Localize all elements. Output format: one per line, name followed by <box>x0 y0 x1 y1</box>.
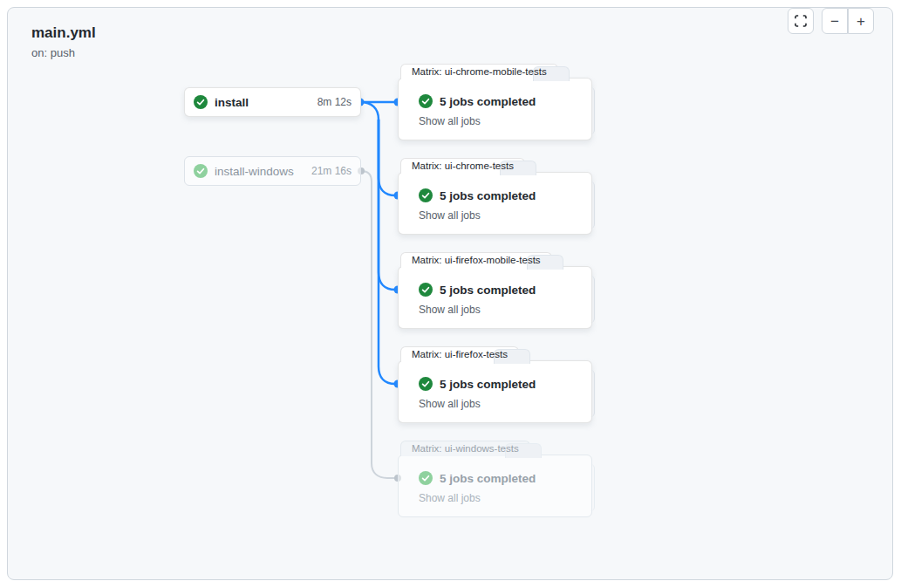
check-circle-icon <box>419 188 433 202</box>
jobs-completed-summary: 5 jobs completed <box>440 284 536 297</box>
matrix-group-card[interactable]: 5 jobs completed Show all jobs <box>398 172 592 235</box>
fullscreen-icon <box>794 14 808 28</box>
show-all-jobs-link[interactable]: Show all jobs <box>419 492 481 504</box>
workflow-title: main.yml <box>31 24 96 42</box>
matrix-group-ui-firefox-mobile-tests: Matrix: ui-firefox-mobile-tests 5 jobs c… <box>398 251 592 330</box>
matrix-group-ui-firefox-tests: Matrix: ui-firefox-tests 5 jobs complete… <box>398 345 592 424</box>
fullscreen-button[interactable] <box>788 8 814 34</box>
matrix-group-card[interactable]: 5 jobs completed Show all jobs <box>398 78 592 140</box>
matrix-group-ui-chrome-tests: Matrix: ui-chrome-tests 5 jobs completed… <box>398 157 592 236</box>
edge-install-to-firefox <box>379 120 398 384</box>
matrix-group-card[interactable]: 5 jobs completed Show all jobs <box>398 266 592 329</box>
job-node-install-windows[interactable]: install-windows 21m 16s <box>184 156 361 186</box>
matrix-group-ui-chrome-mobile-tests: Matrix: ui-chrome-mobile-tests 5 jobs co… <box>398 63 592 141</box>
edge-install-windows-to-windows-tests <box>361 171 398 478</box>
check-circle-icon <box>419 94 433 108</box>
minus-icon: − <box>830 14 839 29</box>
check-circle-icon <box>419 471 433 485</box>
jobs-completed-summary: 5 jobs completed <box>440 95 536 108</box>
check-circle-icon <box>194 95 208 109</box>
job-label: install <box>215 96 249 109</box>
job-label: install-windows <box>215 165 294 178</box>
matrix-group-tab: Matrix: ui-firefox-mobile-tests <box>400 252 552 268</box>
show-all-jobs-link[interactable]: Show all jobs <box>419 115 481 127</box>
edge-install-to-chrome <box>360 102 398 195</box>
matrix-group-tab: Matrix: ui-chrome-mobile-tests <box>400 64 558 79</box>
matrix-group-tab: Matrix: ui-firefox-tests <box>400 346 519 362</box>
edge-dots <box>357 99 402 482</box>
matrix-group-tab: Matrix: ui-windows-tests <box>400 441 530 456</box>
check-circle-icon <box>419 377 433 391</box>
zoom-controls: − + <box>822 8 874 34</box>
jobs-completed-summary: 5 jobs completed <box>440 189 536 202</box>
plus-icon: + <box>857 14 865 29</box>
workflow-graph-canvas[interactable]: main.yml on: push install 8m 12s <box>7 7 893 580</box>
jobs-completed-summary: 5 jobs completed <box>440 378 536 391</box>
matrix-group-card[interactable]: 5 jobs completed Show all jobs <box>398 455 592 517</box>
zoom-out-button[interactable]: − <box>822 8 848 34</box>
job-node-install[interactable]: install 8m 12s <box>184 87 361 117</box>
zoom-in-button[interactable]: + <box>848 8 874 34</box>
edge-install-to-firefox-mobile <box>379 120 398 290</box>
matrix-group-card[interactable]: 5 jobs completed Show all jobs <box>398 360 592 423</box>
matrix-group-ui-windows-tests: Matrix: ui-windows-tests 5 jobs complete… <box>398 440 592 518</box>
show-all-jobs-link[interactable]: Show all jobs <box>419 398 481 410</box>
job-duration: 8m 12s <box>317 96 352 108</box>
workflow-trigger: on: push <box>31 46 75 59</box>
jobs-completed-summary: 5 jobs completed <box>440 472 536 485</box>
check-circle-icon <box>194 164 208 178</box>
matrix-group-tab: Matrix: ui-chrome-tests <box>400 158 525 174</box>
show-all-jobs-link[interactable]: Show all jobs <box>419 209 481 222</box>
show-all-jobs-link[interactable]: Show all jobs <box>419 304 481 316</box>
check-circle-icon <box>419 283 433 297</box>
job-duration: 21m 16s <box>311 165 352 177</box>
